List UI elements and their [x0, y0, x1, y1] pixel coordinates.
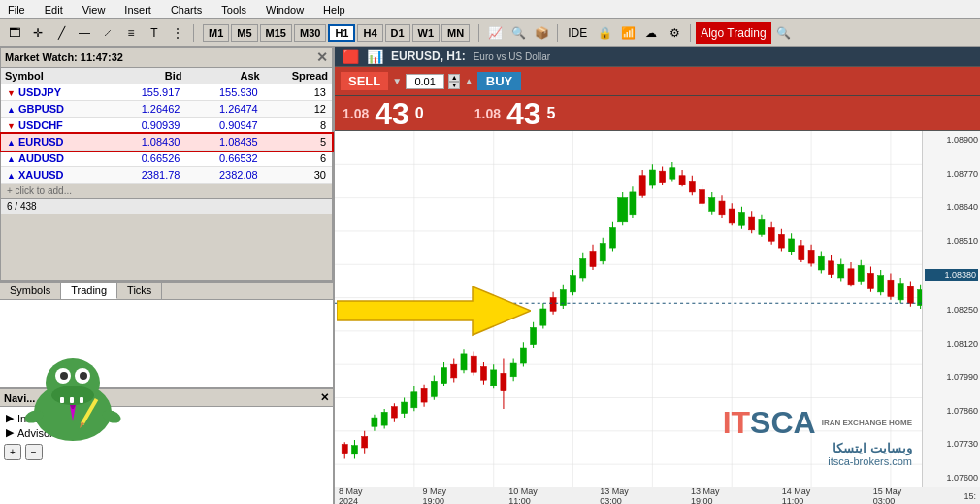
- table-row[interactable]: ▲ EURUSD 1.08430 1.08435 5: [1, 134, 332, 151]
- tab-header: Symbols Trading Ticks: [0, 283, 333, 300]
- tab-trading[interactable]: Trading: [61, 283, 117, 299]
- tf-h1[interactable]: H1: [328, 24, 355, 42]
- tab-ticks[interactable]: Ticks: [117, 283, 162, 299]
- search-button[interactable]: 🔍: [773, 22, 795, 44]
- time-label-4: 13 May 19:00: [691, 487, 743, 505]
- price-level-0: 1.08900: [925, 135, 978, 145]
- tf-m15[interactable]: M15: [260, 24, 292, 42]
- svg-rect-38: [362, 437, 368, 448]
- market-watch-close[interactable]: ✕: [316, 50, 328, 65]
- table-row[interactable]: ▼ USDJPY 155.917 155.930 13: [1, 84, 332, 101]
- direction-arrow: ▲: [7, 138, 16, 148]
- buy-price-super: 5: [547, 105, 556, 122]
- buy-price-prefix: 1.08: [474, 106, 501, 121]
- tf-w1[interactable]: W1: [412, 24, 441, 42]
- menu-window[interactable]: Window: [262, 3, 308, 17]
- sell-button[interactable]: SELL: [341, 72, 388, 90]
- text-button[interactable]: T: [144, 22, 165, 44]
- col-symbol: Symbol: [1, 68, 108, 84]
- svg-rect-96: [649, 170, 655, 185]
- navigator-close[interactable]: ✕: [320, 391, 329, 404]
- lot-down-button[interactable]: ▼: [448, 82, 460, 89]
- channel-button[interactable]: ≡: [120, 22, 142, 44]
- add-symbol-row[interactable]: + click to add...: [1, 184, 332, 198]
- market-watch-time: 11:47:32: [81, 51, 123, 63]
- tab-symbols[interactable]: Symbols: [0, 283, 61, 299]
- main-layout: Market Watch: 11:47:32 ✕ Symbol Bid Ask …: [0, 47, 980, 504]
- menu-insert[interactable]: Insert: [120, 3, 155, 17]
- svg-rect-136: [848, 269, 854, 285]
- trend-button[interactable]: ⟋: [97, 22, 118, 44]
- toolbar-separator-3: [557, 24, 558, 42]
- tf-m1[interactable]: M1: [203, 24, 229, 42]
- table-row[interactable]: ▲ XAUUSD 2381.78 2382.08 30: [1, 167, 332, 184]
- cell-spread: 6: [264, 151, 332, 167]
- tf-m30[interactable]: M30: [294, 24, 326, 42]
- table-row[interactable]: ▲ GBPUSD 1.26462 1.26474 12: [1, 101, 332, 118]
- cell-spread: 8: [264, 118, 332, 134]
- lot-up-button[interactable]: ▲: [448, 74, 460, 82]
- direction-arrow: ▼: [7, 88, 16, 98]
- hline-button[interactable]: —: [74, 22, 95, 44]
- direction-arrow: ▲: [7, 171, 16, 181]
- svg-rect-9: [80, 397, 83, 403]
- ide-button[interactable]: IDE: [563, 22, 592, 44]
- menu-tools[interactable]: Tools: [217, 3, 250, 17]
- svg-rect-90: [618, 198, 628, 222]
- time-label-3: 13 May 03:00: [600, 487, 652, 505]
- wm-url: itsca-brokers.com: [828, 455, 912, 467]
- chart-type-button[interactable]: 📈: [484, 22, 506, 44]
- algo-trading-button[interactable]: Algo Trading: [696, 22, 770, 44]
- lock-button[interactable]: 🔒: [594, 22, 615, 44]
- table-row[interactable]: ▼ USDCHF 0.90939 0.90947 8: [1, 118, 332, 134]
- chart-canvas[interactable]: 1.08900 1.08770 1.08640 1.08510 1.08380 …: [335, 131, 980, 487]
- new-chart-button[interactable]: 🗔: [4, 22, 25, 44]
- svg-rect-64: [491, 370, 497, 386]
- tf-mn[interactable]: MN: [441, 24, 470, 42]
- line-tool-button[interactable]: ╱: [50, 22, 72, 44]
- price-level-6: 1.08120: [925, 339, 978, 349]
- cell-ask: 1.08435: [185, 134, 263, 151]
- objects-button[interactable]: 📦: [531, 22, 552, 44]
- menu-edit[interactable]: Edit: [41, 3, 67, 17]
- svg-rect-60: [471, 356, 476, 372]
- symbol-name: EURUSD: [18, 136, 63, 148]
- menu-view[interactable]: View: [79, 3, 110, 17]
- wm-tagline: IRAN EXCHANGE HOME: [822, 419, 912, 427]
- cloud-button[interactable]: ☁: [640, 22, 662, 44]
- svg-rect-34: [342, 445, 347, 454]
- price-level-5: 1.08250: [925, 305, 978, 315]
- tf-m5[interactable]: M5: [231, 24, 257, 42]
- market-watch-title: Market Watch: 11:47:32: [5, 51, 123, 63]
- lot-size-input[interactable]: [406, 74, 444, 89]
- svg-rect-44: [391, 407, 397, 418]
- fib-button[interactable]: ⋮: [167, 22, 188, 44]
- svg-rect-72: [531, 327, 537, 344]
- tf-d1[interactable]: D1: [385, 24, 410, 42]
- wm-arabic: وبسایت ایتسکا: [833, 441, 912, 455]
- svg-rect-102: [679, 176, 685, 185]
- wifi-button[interactable]: 📶: [617, 22, 638, 44]
- menu-file[interactable]: File: [4, 3, 29, 17]
- settings-button[interactable]: ⚙: [664, 22, 685, 44]
- svg-rect-86: [600, 244, 605, 261]
- table-row[interactable]: ▲ AUDUSD 0.66526 0.66532 6: [1, 151, 332, 167]
- cell-bid: 2381.78: [108, 167, 185, 184]
- menu-charts[interactable]: Charts: [167, 3, 206, 17]
- svg-marker-162: [337, 286, 531, 335]
- svg-rect-84: [590, 252, 596, 267]
- market-watch-table: Symbol Bid Ask Spread ▼ USDJPY 155.917 1…: [1, 68, 332, 184]
- crosshair-button[interactable]: ✛: [27, 22, 49, 44]
- svg-rect-52: [431, 381, 437, 396]
- left-panel: Market Watch: 11:47:32 ✕ Symbol Bid Ask …: [0, 47, 335, 504]
- svg-rect-7: [60, 397, 64, 403]
- cell-bid: 1.08430: [108, 134, 185, 151]
- price-scale: 1.08900 1.08770 1.08640 1.08510 1.08380 …: [922, 131, 980, 487]
- mw-count: 6 / 438: [7, 201, 37, 212]
- order-entry-row: SELL ▼ ▲ ▼ ▲ BUY: [335, 67, 980, 96]
- buy-button[interactable]: BUY: [477, 72, 521, 90]
- indicators-button[interactable]: 🔍: [507, 22, 529, 44]
- tf-h4[interactable]: H4: [357, 24, 382, 42]
- menu-help[interactable]: Help: [319, 3, 349, 17]
- svg-rect-76: [550, 298, 556, 312]
